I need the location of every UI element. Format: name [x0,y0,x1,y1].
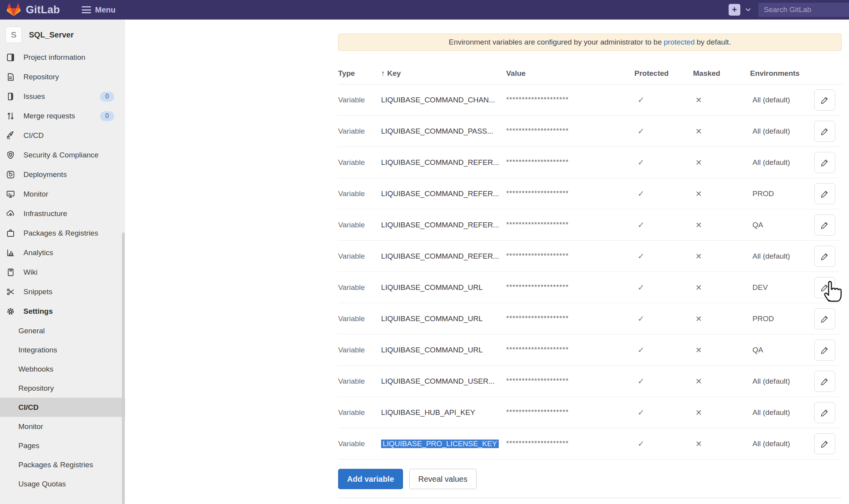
sidebar-item-security-compliance[interactable]: Security & Compliance [0,145,125,165]
pencil-icon [820,439,829,449]
pencil-icon [820,95,829,105]
sidebar-item-issues[interactable]: Issues 0 [0,87,125,106]
sidebar-item-ci-cd[interactable]: CI/CD [0,126,125,145]
masked-cross-icon: ✕ [693,283,750,292]
pencil-icon [820,377,829,386]
sidebar-subitem-packages-registries[interactable]: Packages & Registries [0,455,125,474]
variable-key: LIQUIBASE_HUB_API_KEY [381,408,506,417]
sidebar-subitem-monitor[interactable]: Monitor [0,417,125,436]
edit-variable-button[interactable] [814,214,835,236]
sidebar-item-deployments[interactable]: Deployments [0,165,125,184]
variable-row: Variable LIQUIBASE_COMMAND_REFER... ****… [338,209,842,241]
edit-variable-button[interactable] [814,402,835,423]
protected-check-icon: ✓ [634,439,693,449]
masked-cross-icon: ✕ [693,439,750,449]
gitlab-wordmark: GitLab [26,4,60,16]
sidebar-menu: Project information Repository Issues 0 … [0,48,125,321]
masked-cross-icon: ✕ [693,408,750,417]
column-header-environments: Environments [750,69,814,78]
sidebar-subitem-repository[interactable]: Repository [0,379,125,398]
reveal-values-button[interactable]: Reveal values [409,469,476,489]
pencil-icon [820,127,829,136]
variable-row: Variable LIQUIBASE_COMMAND_CHAN... *****… [338,84,842,116]
variable-type: Variable [338,440,381,448]
sidebar-subitem-ci-cd[interactable]: CI/CD [0,398,125,417]
edit-variable-button[interactable] [814,277,835,298]
edit-variable-button[interactable] [814,308,835,329]
chevron-down-icon[interactable] [745,7,751,13]
variable-environments: All (default) [750,408,814,417]
variable-environments: QA [750,221,814,229]
variable-masked-value: ******************** [506,283,634,291]
sidebar-item-wiki[interactable]: Wiki [0,263,125,282]
variable-type: Variable [338,96,381,104]
rocket-icon [5,130,16,141]
sidebar-item-project-information[interactable]: Project information [0,48,125,67]
masked-cross-icon: ✕ [693,95,750,105]
edit-variable-button[interactable] [814,89,835,111]
column-header-masked: Masked [693,69,750,78]
edit-variable-button[interactable] [814,246,835,267]
sidebar-item-packages-registries[interactable]: Packages & Registries [0,223,125,243]
pencil-icon [820,283,829,292]
column-header-key[interactable]: ↑ Key [381,69,506,78]
repository-icon [5,72,16,82]
sidebar-item-infrastructure[interactable]: Infrastructure [0,204,125,223]
sidebar-item-repository[interactable]: Repository [0,67,125,87]
variable-key: LIQUIBASE_COMMAND_REFER... [381,158,506,167]
protected-link[interactable]: protected [664,38,695,46]
shield-icon [5,150,16,160]
variable-type: Variable [338,127,381,136]
sidebar-item-merge-requests[interactable]: Merge requests 0 [0,106,125,126]
variable-row: Variable LIQUIBASE_COMMAND_REFER... ****… [338,147,842,178]
pencil-icon [820,220,829,230]
variable-key: LIQUIBASE_COMMAND_REFER... [381,252,506,261]
column-header-type: Type [338,69,381,78]
sidebar-subitem-general[interactable]: General [0,321,125,340]
add-variable-button[interactable]: Add variable [338,469,403,489]
top-navigation-bar: GitLab Menu + [0,0,849,20]
edit-variable-button[interactable] [814,152,835,173]
sidebar-item-analytics[interactable]: Analytics [0,243,125,263]
variable-key: LIQUIBASE_COMMAND_CHAN... [381,96,506,104]
pencil-icon [820,314,829,323]
variable-key: LIQUIBASE_PRO_LICENSE_KEY [381,440,506,448]
menu-button[interactable]: Menu [82,5,115,14]
variable-row: Variable LIQUIBASE_COMMAND_REFER... ****… [338,241,842,272]
masked-cross-icon: ✕ [693,189,750,198]
variables-table-header: Type ↑ Key Value Protected Masked Enviro… [338,63,842,84]
new-item-button[interactable]: + [729,4,740,16]
gitlab-logo[interactable]: GitLab [6,3,60,17]
protected-check-icon: ✓ [634,345,693,355]
sidebar-subitem-usage-quotas[interactable]: Usage Quotas [0,474,125,493]
edit-variable-button[interactable] [814,340,835,361]
sidebar-item-monitor[interactable]: Monitor [0,184,125,204]
column-header-value: Value [506,69,634,78]
sidebar-subitem-integrations[interactable]: Integrations [0,340,125,359]
variable-row: Variable LIQUIBASE_COMMAND_URL *********… [338,334,842,366]
variable-masked-value: ******************** [506,189,634,198]
main-content: Environment variables are configured by … [125,20,849,504]
variable-environments: All (default) [750,96,814,104]
variable-key: LIQUIBASE_COMMAND_REFER... [381,189,506,198]
search-input[interactable] [758,3,849,17]
variable-key: LIQUIBASE_COMMAND_URL [381,346,506,354]
protected-check-icon: ✓ [634,158,693,167]
sidebar-subitem-pages[interactable]: Pages [0,436,125,455]
project-header[interactable]: S SQL_Server [0,20,125,48]
variable-type: Variable [338,315,381,323]
sidebar-item-snippets[interactable]: Snippets [0,282,125,302]
sidebar-scrollbar[interactable] [122,232,125,504]
masked-cross-icon: ✕ [693,252,750,261]
count-badge: 0 [100,92,114,102]
masked-cross-icon: ✕ [693,377,750,386]
edit-variable-button[interactable] [814,121,835,142]
sidebar-item-settings[interactable]: Settings [0,302,125,321]
edit-variable-button[interactable] [814,433,835,454]
scissors-icon [5,287,16,297]
edit-variable-button[interactable] [814,371,835,392]
edit-variable-button[interactable] [814,183,835,204]
sidebar-subitem-webhooks[interactable]: Webhooks [0,359,125,379]
pencil-icon [820,252,829,261]
pencil-icon [820,158,829,167]
